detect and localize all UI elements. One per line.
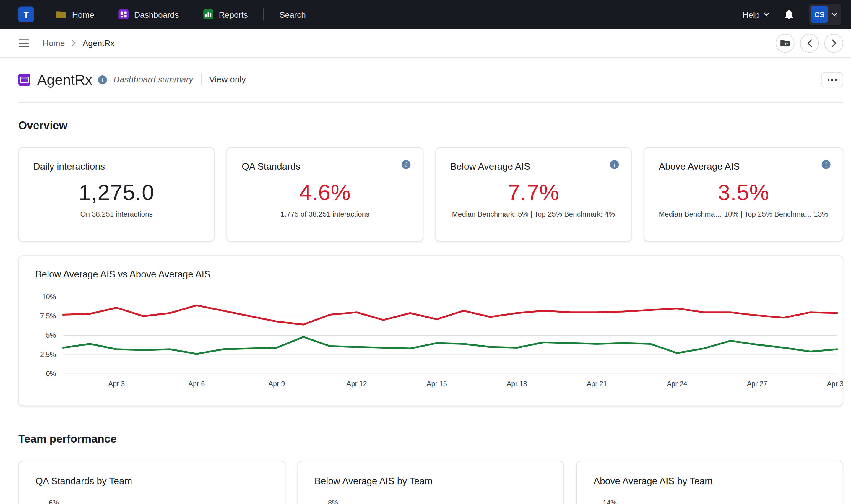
kpi-row: Daily interactions 1,275.0 On 38,251 int… — [18, 147, 843, 242]
dashboards-icon — [119, 10, 129, 19]
kpi-subtitle: 1,775 of 38,251 interactions — [242, 210, 408, 218]
kpi-value: 4.6% — [242, 180, 408, 205]
nav-dashboards-label: Dashboards — [134, 10, 179, 19]
notifications-bell-icon[interactable] — [783, 9, 795, 20]
team-row: QA Standards by Team 6% Below Average AI… — [18, 461, 843, 504]
kpi-value: 3.5% — [659, 180, 829, 205]
primary-nav: Home Dashboards Reports — [56, 10, 248, 19]
chevron-down-icon — [763, 13, 769, 16]
nav-reports[interactable]: Reports — [203, 10, 248, 19]
nav-search-label: Search — [279, 10, 306, 19]
page-title: AgentRx — [37, 71, 92, 88]
app-logo[interactable]: T — [18, 7, 34, 22]
folder-icon — [56, 10, 67, 19]
dashboard-summary-label: Dashboard summary — [113, 75, 193, 85]
reports-icon — [203, 10, 213, 19]
svg-text:Apr 30: Apr 30 — [827, 380, 843, 388]
below-average-ais-by-team-card: Below Average AIS by Team 8% — [297, 461, 564, 504]
help-label: Help — [743, 10, 760, 19]
svg-text:Apr 6: Apr 6 — [188, 380, 205, 388]
chart-title: Below Average AIS vs Above Average AIS — [35, 269, 843, 281]
dot-icon — [835, 79, 837, 81]
chart-title: QA Standards by Team — [35, 476, 132, 487]
header-rule — [18, 102, 843, 103]
svg-text:Apr 21: Apr 21 — [587, 380, 607, 388]
navbar-right: Help CS — [743, 4, 841, 25]
kpi-card-below-average-ais: Below Average AIS 7.7% Median Benchmark:… — [435, 147, 631, 242]
account-menu[interactable]: CS — [809, 4, 841, 25]
breadcrumb-current: AgentRx — [83, 38, 114, 48]
nav-home[interactable]: Home — [56, 10, 94, 19]
overview-heading: Overview — [18, 119, 843, 132]
kpi-subtitle: Median Benchmark: 5% | Top 25% Benchmark… — [450, 210, 617, 218]
kpi-subtitle: Median Benchma… 10% | Top 25% Benchma… 1… — [659, 210, 829, 218]
kpi-card-daily-interactions: Daily interactions 1,275.0 On 38,251 int… — [18, 147, 215, 242]
breadcrumb-home[interactable]: Home — [42, 38, 65, 48]
kpi-card-qa-standards: QA Standards 4.6% 1,775 of 38,251 intera… — [227, 147, 423, 242]
help-menu[interactable]: Help — [743, 10, 769, 19]
info-icon[interactable] — [822, 160, 831, 169]
nav-reports-label: Reports — [219, 10, 248, 19]
info-icon[interactable] — [402, 160, 411, 169]
nav-home-label: Home — [72, 10, 94, 19]
kpi-value: 1,275.0 — [33, 180, 200, 205]
dot-icon — [831, 79, 833, 81]
menu-toggle-icon[interactable] — [18, 38, 30, 47]
svg-text:14%: 14% — [603, 499, 617, 504]
breadcrumb-actions — [776, 33, 843, 52]
page-header: AgentRx Dashboard summary View only — [18, 58, 843, 102]
svg-text:Apr 12: Apr 12 — [347, 380, 367, 388]
prev-button[interactable] — [800, 33, 819, 52]
app-root: T Home Dashboards Reports — [0, 0, 851, 504]
kpi-card-above-average-ais: Above Average AIS 3.5% Median Benchma… 1… — [644, 147, 843, 242]
kpi-subtitle: On 38,251 interactions — [33, 210, 200, 218]
ais-line-chart: 0%2.5%5%7.5%10%Apr 3Apr 6Apr 9Apr 12Apr … — [19, 290, 843, 396]
team-performance-heading: Team performance — [18, 432, 843, 445]
avatar: CS — [811, 6, 828, 23]
svg-text:Apr 15: Apr 15 — [427, 380, 447, 388]
move-to-folder-button[interactable] — [776, 33, 795, 52]
svg-text:5%: 5% — [46, 331, 56, 339]
header-divider — [201, 74, 201, 85]
top-navbar: T Home Dashboards Reports — [0, 0, 851, 29]
view-only-label: View only — [209, 75, 246, 85]
main-content: AgentRx Dashboard summary View only Over… — [0, 58, 851, 504]
kpi-title: Above Average AIS — [659, 161, 740, 172]
svg-text:Apr 18: Apr 18 — [507, 380, 527, 388]
nav-search[interactable]: Search — [279, 10, 306, 19]
svg-text:7.5%: 7.5% — [40, 312, 56, 320]
kpi-title: Daily interactions — [33, 161, 105, 172]
breadcrumb: Home AgentRx — [42, 38, 114, 48]
breadcrumb-bar: Home AgentRx — [0, 29, 851, 58]
dashboard-icon — [18, 74, 31, 86]
next-button[interactable] — [825, 33, 843, 52]
chart-title: Below Average AIS by Team — [314, 476, 432, 487]
chart-title: Above Average AIS by Team — [594, 476, 713, 487]
chevron-right-icon — [72, 40, 76, 47]
nav-divider — [263, 8, 264, 20]
kpi-title: Below Average AIS — [450, 161, 530, 172]
qa-standards-by-team-card: QA Standards by Team 6% — [18, 461, 285, 504]
chevron-down-icon — [832, 13, 837, 16]
svg-text:Apr 24: Apr 24 — [667, 380, 687, 388]
svg-text:Apr 27: Apr 27 — [747, 380, 767, 388]
svg-text:0%: 0% — [46, 370, 56, 378]
svg-text:10%: 10% — [42, 293, 56, 301]
svg-text:Apr 3: Apr 3 — [108, 380, 125, 388]
info-icon[interactable] — [98, 75, 107, 84]
dot-icon — [828, 79, 830, 81]
svg-text:8%: 8% — [328, 499, 338, 504]
svg-text:Apr 9: Apr 9 — [268, 380, 285, 388]
nav-dashboards[interactable]: Dashboards — [119, 10, 179, 19]
ais-trend-card: Below Average AIS vs Above Average AIS 0… — [18, 255, 843, 406]
svg-text:6%: 6% — [49, 499, 59, 504]
info-icon[interactable] — [610, 160, 619, 169]
kpi-value: 7.7% — [450, 180, 617, 205]
above-average-ais-by-team-card: Above Average AIS by Team 14% — [577, 461, 843, 504]
svg-text:2.5%: 2.5% — [40, 351, 56, 358]
more-options-button[interactable] — [821, 72, 843, 88]
kpi-title: QA Standards — [242, 161, 300, 172]
